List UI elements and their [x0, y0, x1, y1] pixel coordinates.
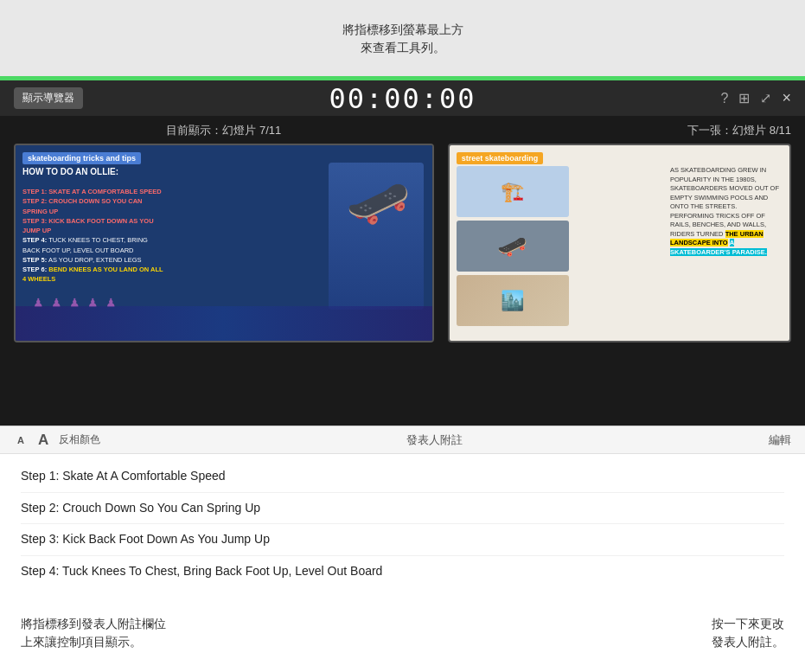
notes-center-label: 發表人附註 — [107, 432, 762, 448]
notes-toolbar: A A 反相顏色 發表人附註 編輯 — [0, 426, 805, 454]
photo-bot: 🏙️ — [457, 275, 569, 326]
ollie-steps: STEP 1: SKATE AT A COMFORTABLE SPEED STE… — [22, 187, 252, 285]
top-tooltip-text: 將指標移到螢幕最上方 來查看工具列。 — [342, 21, 463, 57]
ollie-slide-content: skateboarding tricks and tips HOW TO DO … — [16, 145, 432, 341]
skyline — [16, 306, 432, 341]
note-item-4: Step 4: Tuck Knees To Chest, Bring Back … — [21, 556, 784, 587]
edit-button[interactable]: 編輯 — [769, 432, 791, 448]
top-tooltip: 將指標移到螢幕最上方 來查看工具列。 — [0, 0, 805, 78]
street-tag: street skateboarding — [457, 152, 544, 164]
note-item-1: Step 1: Skate At A Comfortable Speed — [21, 461, 784, 493]
next-slide-label: 下一張：幻燈片 8/11 — [448, 123, 791, 138]
step5: STEP 5: AS YOU DROP, EXTEND LEGS — [22, 255, 252, 265]
presentation-top-bar: 顯示導覽器 00:00:00 ? ⊞ ⤢ × — [0, 80, 805, 116]
progress-bar — [0, 76, 805, 80]
close-icon[interactable]: × — [782, 89, 791, 107]
help-icon[interactable]: ? — [721, 91, 729, 106]
ollie-title: HOW TO DO AN OLLIE: — [22, 166, 118, 177]
step4: STEP 4: TUCK KNEES TO CHEST, BRINGBACK F… — [22, 235, 252, 255]
photo-mid: 🛹 — [457, 221, 569, 272]
photo-collage: 🏗️ 🛹 🏙️ — [457, 166, 569, 326]
timer-display: 00:00:00 — [329, 82, 476, 115]
step3: STEP 3: KICK BACK FOOT DOWN AS YOUJUMP U… — [22, 216, 252, 236]
current-slide-section: 目前顯示：幻燈片 7/11 skateboarding tricks and t… — [14, 123, 434, 342]
note-item-2: Step 2: Crouch Down So You Can Spring Up — [21, 493, 784, 525]
current-slide-label: 目前顯示：幻燈片 7/11 — [14, 123, 434, 138]
step6: STEP 6: BEND KNEES AS YOU LAND ON ALL4 W… — [22, 265, 252, 285]
next-slide-section: 下一張：幻燈片 8/11 street skateboarding 🏗️ 🛹 🏙… — [448, 123, 791, 342]
font-increase-button[interactable]: A — [35, 430, 52, 451]
note-item-3: Step 3: Kick Back Foot Down As You Jump … — [21, 524, 784, 556]
photo-top: 🏗️ — [457, 166, 569, 217]
step1: STEP 1: SKATE AT A COMFORTABLE SPEED — [22, 187, 252, 196]
grid-icon[interactable]: ⊞ — [738, 90, 750, 106]
slides-container: 目前顯示：幻燈片 7/11 skateboarding tricks and t… — [0, 116, 805, 426]
font-decrease-button[interactable]: A — [14, 433, 28, 447]
slide-tag-blue: skateboarding tricks and tips — [22, 152, 141, 164]
step2: STEP 2: CROUCH DOWN SO YOU CANSPRING UP — [22, 196, 252, 216]
presentation-top-icons: ? ⊞ ⤢ × — [721, 89, 791, 107]
bottom-right-tooltip: 按一下來更改 發表人附註。 — [712, 615, 784, 651]
show-navigator-button[interactable]: 顯示導覽器 — [14, 87, 83, 109]
bottom-left-tooltip: 將指標移到發表人附註欄位 上來讓控制項目顯示。 — [21, 615, 166, 651]
resize-icon[interactable]: ⤢ — [760, 90, 771, 106]
next-slide-preview[interactable]: street skateboarding 🏗️ 🛹 🏙️ AS SKATEBOA… — [448, 144, 791, 342]
current-slide-preview[interactable]: skateboarding tricks and tips HOW TO DO … — [14, 144, 434, 342]
reflect-colors-button[interactable]: 反相顏色 — [59, 432, 100, 447]
next-slide-body-text: AS SKATEBOARDING GREW IN POPULARITY IN T… — [670, 166, 783, 257]
presentation-area: 顯示導覽器 00:00:00 ? ⊞ ⤢ × 目前顯示：幻燈片 7/11 ska… — [0, 80, 805, 426]
skater-figure-area: 🛹 — [320, 163, 424, 318]
